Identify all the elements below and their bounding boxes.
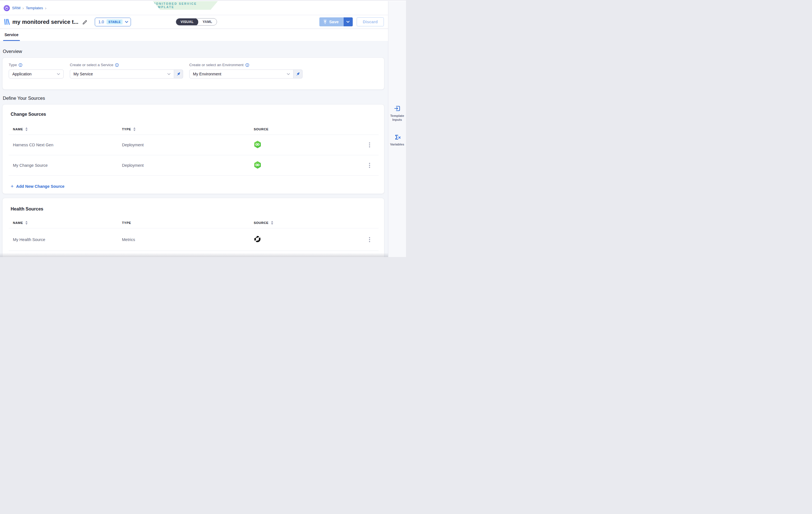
table-header-row: NAMETYPESOURCE xyxy=(9,124,379,135)
template-inputs-button[interactable]: Template Inputs xyxy=(388,105,406,122)
column-header-source: SOURCE xyxy=(254,127,366,131)
chevron-right-icon: › xyxy=(23,6,24,10)
breadcrumb-link-srm[interactable]: SRM xyxy=(12,6,21,10)
table-row: My Health SourceMetrics xyxy=(9,229,379,251)
source-cell xyxy=(245,235,366,244)
add-change-source-row: + Add New Change Source xyxy=(9,176,379,197)
overview-heading: Overview xyxy=(3,49,384,54)
source-name: My Health Source xyxy=(13,237,122,242)
template-lines-icon xyxy=(4,19,10,25)
table-header-row: NAMETYPESOURCE xyxy=(9,217,379,229)
health-sources-table: NAMETYPESOURCEMy Health SourceMetrics xyxy=(9,217,379,251)
version-selector[interactable]: 1.0 STABLE xyxy=(95,18,131,26)
source-cell xyxy=(245,141,366,149)
toggle-yaml-button[interactable]: YAML xyxy=(198,18,217,26)
field-environment: Create or select an EnvironmentMy Enviro… xyxy=(189,63,302,89)
field-service: Create or select a ServiceMy Service xyxy=(70,63,183,89)
tab-bar: Service xyxy=(0,29,388,41)
variables-label: Variables xyxy=(388,142,406,146)
edit-title-button[interactable] xyxy=(82,19,87,25)
variables-button[interactable]: Variables xyxy=(388,134,406,146)
info-icon[interactable] xyxy=(19,63,23,67)
source-cell xyxy=(245,161,366,170)
define-sources-heading: Define Your Sources xyxy=(3,96,384,101)
info-icon[interactable] xyxy=(115,63,119,67)
pin-button[interactable] xyxy=(294,69,302,79)
table-row: My Change SourceDeployment xyxy=(9,155,379,176)
add-new-change-source-button[interactable]: + Add New Change Source xyxy=(11,184,64,189)
table-row: Harness CD Next GenDeployment xyxy=(9,135,379,155)
pin-icon xyxy=(176,72,181,77)
row-options-button[interactable] xyxy=(367,162,372,169)
chevron-right-icon: › xyxy=(45,6,47,10)
plus-icon: + xyxy=(11,184,14,189)
info-icon[interactable] xyxy=(245,63,249,67)
field-label: Create or select a Service xyxy=(70,63,183,67)
column-header-name[interactable]: NAME xyxy=(13,221,122,225)
change-sources-table: NAMETYPESOURCEHarness CD Next GenDeploym… xyxy=(9,124,379,176)
discard-button[interactable]: Discard xyxy=(357,18,384,26)
save-button[interactable]: Save xyxy=(319,18,343,26)
source-type: Metrics xyxy=(122,237,245,242)
kebab-menu-icon xyxy=(369,237,370,242)
add-new-health-source-button[interactable]: + Add New Health Source xyxy=(11,256,62,257)
header-actions: Save Discard xyxy=(319,18,384,26)
chevron-down-icon xyxy=(287,73,290,75)
main-column: SRM›Templates› my monitored service t...… xyxy=(0,1,388,257)
chevron-down-icon xyxy=(57,73,60,75)
source-name: My Change Source xyxy=(13,163,122,168)
overview-fields: TypeApplicationCreate or select a Servic… xyxy=(9,63,309,89)
sort-icon xyxy=(25,127,28,131)
srm-module-icon xyxy=(4,5,10,11)
pencil-icon xyxy=(82,19,87,25)
sort-icon xyxy=(133,127,136,131)
change-sources-card: Change Sources NAMETYPESOURCEHarness CD … xyxy=(2,104,384,194)
template-type-badge: MONITORED SERVICE TEMPLATE xyxy=(153,1,218,10)
chevron-down-icon xyxy=(346,21,350,23)
change-sources-title: Change Sources xyxy=(9,104,379,117)
visual-yaml-toggle: VISUAL YAML xyxy=(176,18,217,26)
field-label: Type xyxy=(9,63,64,67)
template-inputs-label: Template Inputs xyxy=(388,114,406,122)
plus-icon: + xyxy=(11,256,14,257)
column-header-name[interactable]: NAME xyxy=(13,127,122,131)
row-options-button[interactable] xyxy=(367,141,372,149)
service-select[interactable]: My Service xyxy=(70,69,174,79)
toggle-visual-button[interactable]: VISUAL xyxy=(176,18,198,26)
title-bar: my monitored service t... 1.0 STABLE VIS… xyxy=(0,15,388,29)
save-options-button[interactable] xyxy=(343,18,353,26)
row-options-button[interactable] xyxy=(367,236,372,243)
type-select[interactable]: Application xyxy=(9,69,64,79)
sort-icon xyxy=(25,221,28,225)
column-header-source[interactable]: SOURCE xyxy=(254,221,366,225)
field-label: Create or select an Environment xyxy=(189,63,302,67)
version-number: 1.0 xyxy=(98,20,104,24)
source-type: Deployment xyxy=(122,163,245,168)
pin-button[interactable] xyxy=(174,69,183,79)
harness-cd-icon xyxy=(254,141,261,148)
template-title: my monitored service t... xyxy=(12,19,79,25)
add-health-source-row: + Add New Health Source xyxy=(9,251,379,257)
pin-icon xyxy=(295,72,300,77)
chevron-down-icon xyxy=(125,21,128,23)
appdynamics-icon xyxy=(254,235,261,243)
health-sources-title: Health Sources xyxy=(9,198,379,212)
tab-service[interactable]: Service xyxy=(4,32,19,41)
column-header-type[interactable]: TYPE xyxy=(122,127,245,131)
breadcrumb-links: SRM›Templates› xyxy=(12,6,49,10)
chevron-down-icon xyxy=(167,73,171,75)
field-type: TypeApplication xyxy=(9,63,64,89)
health-sources-card: Health Sources NAMETYPESOURCEMy Health S… xyxy=(2,198,384,257)
save-split-button: Save xyxy=(319,18,353,26)
breadcrumb-link-templates[interactable]: Templates xyxy=(26,6,43,10)
template-inputs-icon xyxy=(394,105,401,112)
kebab-menu-icon xyxy=(369,142,370,147)
environment-select[interactable]: My Environment xyxy=(189,69,294,79)
template-type-badge-label: MONITORED SERVICE TEMPLATE xyxy=(153,2,218,9)
kebab-menu-icon xyxy=(369,163,370,168)
upload-icon xyxy=(323,20,327,24)
version-stable-chip: STABLE xyxy=(107,19,123,24)
source-name: Harness CD Next Gen xyxy=(13,143,122,147)
column-header-type: TYPE xyxy=(122,221,245,224)
right-rail: Template Inputs Variables xyxy=(388,1,406,257)
